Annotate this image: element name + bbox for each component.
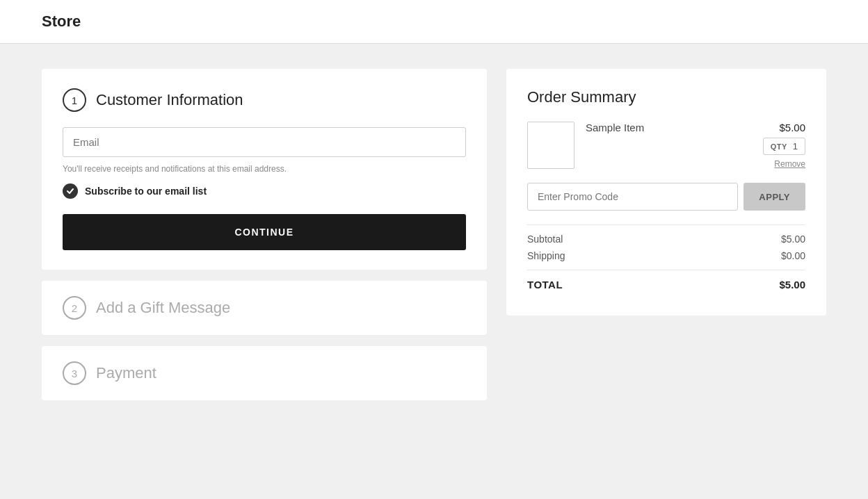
left-column: 1 Customer Information You'll receive re… — [42, 69, 487, 400]
step1-title: Customer Information — [96, 91, 243, 109]
promo-row: APPLY — [527, 183, 805, 211]
apply-promo-button[interactable]: APPLY — [744, 183, 805, 211]
step1-header: 1 Customer Information — [63, 88, 466, 112]
page-header: Store — [0, 0, 868, 44]
shipping-value: $0.00 — [781, 250, 805, 261]
step3-circle: 3 — [63, 361, 86, 385]
step2-card: 2 Add a Gift Message — [42, 281, 487, 335]
summary-divider — [527, 224, 805, 225]
subscribe-row[interactable]: Subscribe to our email list — [63, 183, 466, 199]
item-price-row: Sample Item $5.00 QTY 1 Remove — [586, 122, 805, 169]
subtotal-label: Subtotal — [527, 234, 563, 245]
total-row: TOTAL $5.00 — [527, 279, 805, 291]
item-details: Sample Item $5.00 QTY 1 Remove — [586, 122, 805, 169]
order-item-row: Sample Item $5.00 QTY 1 Remove — [527, 122, 805, 169]
store-title: Store — [42, 13, 826, 31]
qty-label: QTY — [771, 142, 787, 151]
subtotal-row: Subtotal $5.00 — [527, 234, 805, 245]
right-column: Order Summary Sample Item $5.00 QTY 1 — [506, 69, 826, 400]
remove-item-button[interactable]: Remove — [774, 159, 805, 169]
item-name: Sample Item — [586, 122, 644, 133]
item-image — [527, 122, 574, 169]
total-label: TOTAL — [527, 279, 563, 291]
qty-box: QTY 1 — [763, 138, 805, 155]
shipping-row: Shipping $0.00 — [527, 250, 805, 261]
step3-card: 3 Payment — [42, 346, 487, 400]
step2-circle: 2 — [63, 296, 86, 320]
step1-card: 1 Customer Information You'll receive re… — [42, 69, 487, 270]
email-input[interactable] — [63, 127, 466, 157]
step1-circle: 1 — [63, 88, 86, 112]
step3-header: 3 Payment — [63, 361, 466, 385]
total-divider — [527, 270, 805, 270]
order-summary-title: Order Summary — [527, 88, 805, 106]
item-right: $5.00 QTY 1 Remove — [763, 122, 805, 169]
continue-button[interactable]: CONTINUE — [63, 214, 466, 250]
subscribe-label: Subscribe to our email list — [85, 186, 207, 197]
step3-title: Payment — [96, 364, 156, 382]
email-form-group — [63, 127, 466, 157]
email-helper-text: You'll receive receipts and notification… — [63, 164, 466, 174]
step2-title: Add a Gift Message — [96, 299, 230, 317]
order-summary-card: Order Summary Sample Item $5.00 QTY 1 — [506, 69, 826, 316]
total-value: $5.00 — [779, 279, 805, 291]
promo-input[interactable] — [527, 183, 738, 211]
checkbox-checked-icon — [63, 183, 78, 199]
main-content: 1 Customer Information You'll receive re… — [0, 44, 868, 425]
step2-header: 2 Add a Gift Message — [63, 296, 466, 320]
subtotal-value: $5.00 — [781, 234, 805, 245]
qty-value: 1 — [793, 141, 798, 152]
item-price: $5.00 — [779, 122, 805, 133]
shipping-label: Shipping — [527, 250, 565, 261]
